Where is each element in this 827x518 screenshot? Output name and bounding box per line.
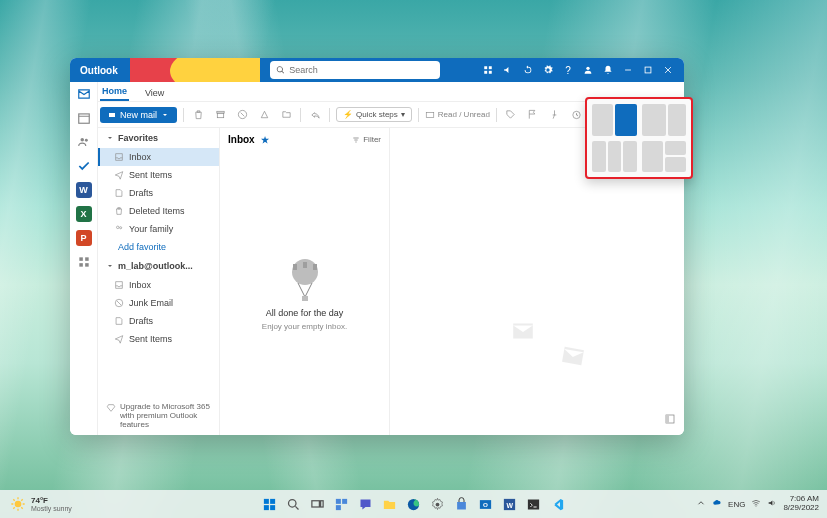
svg-rect-25 (303, 262, 307, 268)
settings-icon[interactable] (538, 58, 558, 82)
todo-app-icon[interactable] (76, 158, 92, 174)
store-icon[interactable] (452, 494, 472, 514)
folder-inbox[interactable]: Inbox (98, 148, 219, 166)
megaphone-icon[interactable] (498, 58, 518, 82)
tab-view[interactable]: View (143, 85, 166, 101)
svg-point-42 (436, 502, 440, 506)
archive-button[interactable] (212, 107, 228, 123)
reading-pane-settings-icon[interactable] (664, 411, 676, 429)
person-icon[interactable] (578, 58, 598, 82)
help-icon[interactable]: ? (558, 58, 578, 82)
account-folder-junk[interactable]: Junk Email (98, 294, 219, 312)
lightning-icon: ⚡ (343, 110, 353, 119)
mail-app-icon[interactable] (76, 86, 92, 102)
weather-desc: Mostly sunny (31, 505, 72, 512)
envelope-icon (425, 110, 435, 120)
close-button[interactable] (658, 58, 678, 82)
chevron-down-icon (106, 134, 114, 142)
account-folder-sent[interactable]: Sent Items (98, 330, 219, 348)
tray-chevron-up-icon[interactable] (696, 498, 706, 510)
people-app-icon[interactable] (76, 134, 92, 150)
folder-your-family[interactable]: Your family (98, 220, 219, 238)
junk-icon (114, 298, 124, 308)
folder-deleted-items[interactable]: Deleted Items (98, 202, 219, 220)
svg-rect-39 (342, 498, 347, 503)
folder-label: Inbox (129, 280, 151, 290)
snap-layout-two-thirds[interactable] (642, 104, 687, 136)
star-icon[interactable]: ★ (261, 135, 269, 145)
tray-language[interactable]: ENG (728, 500, 745, 509)
folder-label: Drafts (129, 316, 153, 326)
move-button[interactable] (278, 107, 294, 123)
grid-icon[interactable] (478, 58, 498, 82)
titlebar-actions: ? (478, 58, 678, 82)
upgrade-banner[interactable]: Upgrade to Microsoft 365 with premium Ou… (106, 402, 215, 429)
svg-point-48 (756, 506, 757, 507)
reply-button[interactable] (307, 107, 323, 123)
account-section-header[interactable]: m_lab@outlook... (98, 256, 219, 276)
task-view-icon[interactable] (308, 494, 328, 514)
sweep-button[interactable] (256, 107, 272, 123)
folder-sent-items[interactable]: Sent Items (98, 166, 219, 184)
minimize-button[interactable] (618, 58, 638, 82)
draft-icon (114, 188, 124, 198)
svg-point-9 (84, 139, 87, 142)
tray-clock[interactable]: 7:06 AM 8/29/2022 (783, 495, 819, 513)
tray-wifi-icon[interactable] (751, 498, 761, 510)
powerpoint-app-icon[interactable]: P (76, 230, 92, 246)
filter-button[interactable]: Filter (352, 135, 381, 144)
snooze-button[interactable] (569, 107, 585, 123)
excel-app-icon[interactable]: X (76, 206, 92, 222)
settings-taskbar-icon[interactable] (428, 494, 448, 514)
search-input[interactable] (289, 65, 434, 75)
svg-rect-40 (336, 505, 341, 510)
read-unread-button[interactable]: Read / Unread (425, 110, 490, 120)
tab-home[interactable]: Home (100, 83, 129, 101)
notifications-icon[interactable] (598, 58, 618, 82)
outlook-taskbar-icon[interactable]: O (476, 494, 496, 514)
empty-state: All done for the day Enjoy your empty in… (220, 151, 389, 435)
account-folder-inbox[interactable]: Inbox (98, 276, 219, 294)
report-button[interactable] (234, 107, 250, 123)
account-folder-drafts[interactable]: Drafts (98, 312, 219, 330)
pin-button[interactable] (547, 107, 563, 123)
sync-icon[interactable] (518, 58, 538, 82)
inbox-icon (114, 152, 124, 162)
terminal-icon[interactable] (524, 494, 544, 514)
weather-widget[interactable]: 74°F Mostly sunny (10, 496, 72, 512)
search-box[interactable] (270, 61, 440, 79)
tray-volume-icon[interactable] (767, 498, 777, 510)
folder-drafts[interactable]: Drafts (98, 184, 219, 202)
start-button[interactable] (260, 494, 280, 514)
add-favorite-link[interactable]: Add favorite (98, 238, 219, 256)
diamond-icon (106, 403, 116, 413)
maximize-button[interactable] (638, 58, 658, 82)
vscode-icon[interactable] (548, 494, 568, 514)
file-explorer-icon[interactable] (380, 494, 400, 514)
edge-icon[interactable] (404, 494, 424, 514)
tag-button[interactable] (503, 107, 519, 123)
flag-button[interactable] (525, 107, 541, 123)
chat-icon[interactable] (356, 494, 376, 514)
snap-layout-half-half[interactable] (592, 104, 637, 136)
more-apps-icon[interactable] (76, 254, 92, 270)
watermark-envelope-icon (510, 318, 536, 344)
word-taskbar-icon[interactable]: W (500, 494, 520, 514)
sent-icon (114, 170, 124, 180)
snap-layout-three-columns[interactable] (592, 141, 637, 173)
quick-steps-label: Quick steps (356, 110, 398, 119)
widgets-icon[interactable] (332, 494, 352, 514)
search-taskbar-icon[interactable] (284, 494, 304, 514)
calendar-app-icon[interactable] (76, 110, 92, 126)
tray-onedrive-icon[interactable] (712, 498, 722, 510)
balloon-illustration (281, 256, 329, 304)
app-rail: W X P (70, 82, 98, 435)
folder-nav-pane: Favorites Inbox Sent Items Drafts Delete… (98, 128, 220, 435)
svg-rect-0 (484, 66, 487, 69)
word-app-icon[interactable]: W (76, 182, 92, 198)
favorites-section-header[interactable]: Favorites (98, 128, 219, 148)
delete-button[interactable] (190, 107, 206, 123)
snap-layout-quarter[interactable] (642, 141, 687, 173)
new-mail-button[interactable]: New mail (100, 107, 177, 123)
quick-steps-button[interactable]: ⚡ Quick steps ▾ (336, 107, 412, 122)
